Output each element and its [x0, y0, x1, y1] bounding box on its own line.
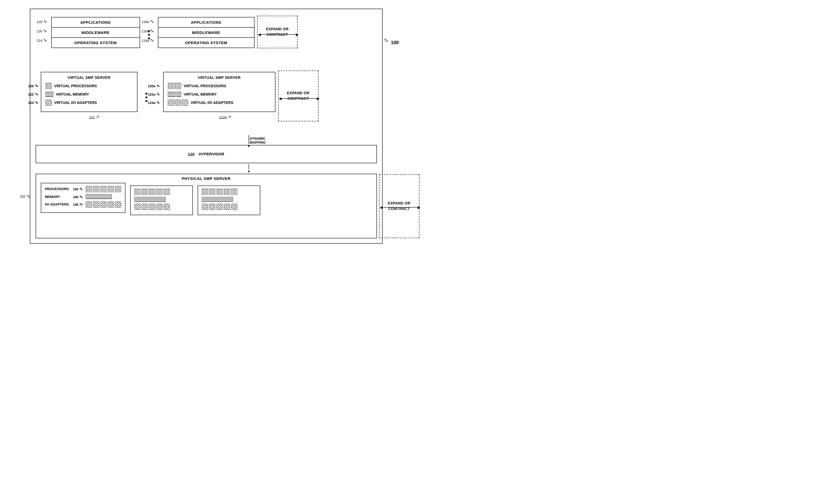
dynamic-mapping-label: DYNAMICMAPPING — [250, 137, 266, 144]
mi2 — [134, 197, 166, 202]
pi7 — [142, 188, 148, 195]
ioi15 — [231, 204, 237, 210]
ref-100-squig: ∿ — [384, 37, 388, 43]
top-section: 118 ∿ 116 ∿ 114 ∿ APPLICATIONS MIDDLEWAR… — [36, 14, 377, 65]
ioi6 — [134, 204, 141, 210]
ioi2 — [93, 201, 99, 208]
ref-120a: 120a ∿ — [148, 83, 160, 88]
hyp-ref: 110 — [188, 152, 194, 156]
vproc-right-icon2 — [175, 83, 181, 89]
vmem-left-icon — [46, 92, 53, 97]
mem-icons — [86, 194, 112, 199]
pi12 — [209, 188, 215, 195]
expand-arrow-bottom: ◀ ▶ — [380, 205, 420, 210]
vmem-right-icon2 — [176, 92, 181, 97]
ioi8 — [149, 204, 155, 210]
ref-116a: 116a ∿ — [142, 28, 154, 34]
ioi1 — [86, 201, 92, 208]
ref-100-label: 100 — [391, 40, 399, 46]
phys-mem-row3 — [202, 197, 256, 202]
outer-box: 118 ∿ 116 ∿ 114 ∿ APPLICATIONS MIDDLEWAR… — [30, 8, 383, 244]
pi10 — [163, 188, 170, 195]
dot5 — [145, 96, 147, 98]
physical-section: PHYSICAL SMP SERVER 102 ∿ PROCESSORS 104… — [36, 174, 377, 238]
ref-106: 106 ∿ — [73, 194, 83, 199]
left-software-stack: APPLICATIONS MIDDLEWARE OPERATING SYSTEM — [51, 17, 140, 48]
hypervisor-label: HYPERVISOR — [199, 152, 224, 156]
expand-arrow-top: ◀ ▶ — [258, 33, 298, 37]
ioi5 — [115, 201, 121, 208]
vio-right-row: 124a ∿ VIRTUAL I/O ADAPTERS — [168, 100, 271, 106]
pi6 — [134, 188, 141, 195]
ref-112a: 112a ↗ — [219, 114, 231, 119]
ioi9 — [156, 204, 162, 210]
ref-108: 108 ∿ — [73, 202, 83, 207]
phys-proc-row3 — [202, 188, 256, 195]
ioi14 — [224, 204, 230, 210]
proc-label: PROCESSORS — [45, 187, 71, 191]
pi8 — [149, 188, 155, 195]
phys-io-row2 — [134, 204, 189, 210]
vproc-left-row: 120 ∿ VIRTUAL PROCESSORS — [46, 83, 133, 89]
ref-122: 122 ∿ — [28, 92, 38, 96]
mem-label: MEMORY — [45, 195, 71, 199]
ref-118: 118 ∿ — [37, 19, 47, 24]
vmem-left-row: 122 ∿ VIRTUAL MEMORY — [46, 92, 133, 97]
right-software-stack: APPLICATIONS MIDDLEWARE OPERATING SYSTEM — [158, 17, 255, 48]
vsmp-left: VIRTUAL SMP SERVER 120 ∿ VIRTUAL PROCESS… — [41, 72, 138, 112]
middle-dots — [145, 93, 147, 102]
io-icons3 — [202, 204, 237, 210]
vio-right-icon3 — [182, 100, 188, 106]
mi3 — [202, 197, 233, 202]
vio-left-icon — [46, 100, 52, 106]
pi2 — [93, 186, 99, 192]
ioi13 — [216, 204, 223, 210]
dot4 — [145, 93, 147, 95]
phys-io-row3 — [202, 204, 256, 210]
vmem-right-icon1 — [168, 92, 176, 97]
expand-box-middle: EXPAND OR CONTRACT — [278, 71, 319, 122]
ref-112: 112 ↗ — [89, 114, 99, 119]
io-label: I/O ADAPTERS — [45, 202, 71, 206]
vio-left-label: VIRTUAL I/O ADAPTERS — [54, 101, 97, 105]
ioi4 — [108, 201, 114, 208]
os-right: OPERATING SYSTEM — [158, 38, 254, 48]
vmem-right-label: VIRTUAL MEMORY — [184, 92, 217, 96]
middleware-right: MIDDLEWARE — [158, 28, 254, 38]
dot2 — [148, 34, 150, 36]
applications-right: APPLICATIONS — [158, 18, 254, 28]
vsmp-right: VIRTUAL SMP SERVER 120a ∿ VIRTUAL PROCES… — [163, 72, 276, 112]
ioi7 — [142, 204, 148, 210]
pi15 — [231, 188, 237, 195]
io-icons2 — [134, 204, 170, 210]
ref-116: 116 ∿ — [37, 28, 47, 34]
pi4 — [108, 186, 114, 192]
proc-icons3 — [202, 188, 237, 195]
phys-io-row: I/O ADAPTERS 108 ∿ — [45, 201, 121, 208]
pi3 — [100, 186, 107, 192]
mem-icons2 — [134, 197, 166, 202]
dot6 — [145, 100, 147, 102]
vio-right-icon1 — [168, 100, 174, 106]
mi1 — [86, 194, 112, 199]
pi14 — [224, 188, 230, 195]
phys-group-1: PROCESSORS 104 ∿ MEMORY — [41, 183, 125, 213]
phys-group-2 — [130, 185, 193, 215]
vproc-right-icon1 — [168, 83, 174, 89]
vproc-right-row: 120a ∿ VIRTUAL PROCESSORS — [168, 83, 271, 89]
middleware-left: MIDDLEWARE — [52, 28, 140, 38]
ref-124a: 124a ∿ — [148, 100, 160, 105]
middle-section: VIRTUAL SMP SERVER 120 ∿ VIRTUAL PROCESS… — [36, 72, 377, 134]
vproc-left-icon — [46, 83, 52, 89]
ioi10 — [163, 204, 170, 210]
ref-114a: 114a ∿ — [142, 37, 154, 43]
phys-group-labeled: 102 ∿ PROCESSORS 104 ∿ — [41, 183, 125, 213]
phys-mem-row2 — [134, 197, 189, 202]
ioi3 — [100, 201, 107, 208]
pi1 — [86, 186, 92, 192]
ref-104: 104 ∿ — [73, 186, 83, 192]
proc-icons — [86, 186, 121, 192]
ioi12 — [209, 204, 215, 210]
vsmp-right-title: VIRTUAL SMP SERVER — [168, 75, 271, 80]
phys-mem-row: MEMORY 106 ∿ — [45, 194, 121, 199]
